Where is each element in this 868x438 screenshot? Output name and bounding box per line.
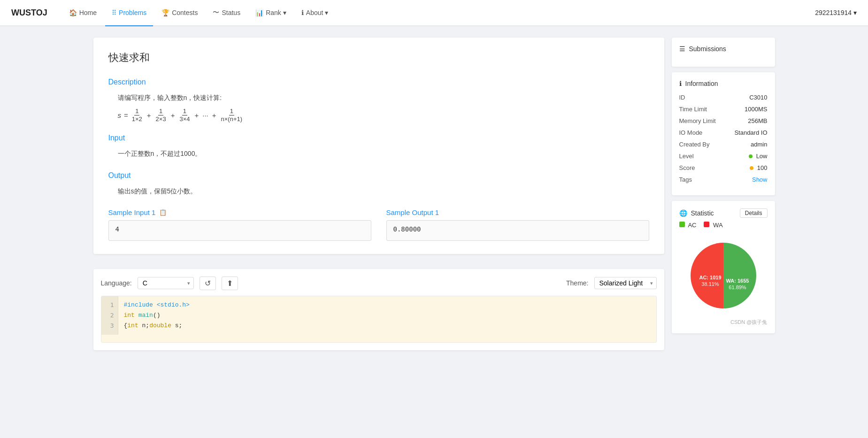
- language-select[interactable]: C C++ Java Python: [138, 277, 194, 289]
- sample-input-label: Sample Input 1: [108, 208, 156, 216]
- nav-problems[interactable]: ⠿ Problems: [105, 0, 153, 26]
- status-icon: 〜: [213, 8, 219, 17]
- output-text: 输出s的值，保留5位小数。: [118, 187, 197, 195]
- editor-toolbar: Language: C C++ Java Python ▾ ↺ ⬆ Theme:…: [101, 277, 657, 290]
- nav-about[interactable]: ℹ About ▾: [295, 0, 335, 26]
- info-created-by: Created By admin: [679, 141, 768, 148]
- input-title: Input: [108, 134, 649, 142]
- editor-panel: Language: C C++ Java Python ▾ ↺ ⬆ Theme:…: [93, 269, 664, 350]
- submissions-title: ☰ Submissions: [679, 45, 768, 53]
- nav-home-label: Home: [79, 9, 97, 16]
- info-score: Score 100: [679, 164, 768, 171]
- user-chevron-icon: ▾: [853, 9, 857, 16]
- tags-show-link[interactable]: Show: [752, 176, 768, 183]
- copy-icon[interactable]: 📋: [159, 209, 167, 216]
- wa-legend-label: WA: [713, 222, 722, 229]
- info-level: Level Low: [679, 153, 768, 160]
- problems-icon: ⠿: [112, 9, 116, 16]
- nav-rank[interactable]: 📊 Rank ▾: [249, 0, 293, 26]
- level-dot: [749, 154, 753, 158]
- navbar: WUSTOJ 🏠 Home ⠿ Problems 🏆 Contests 〜 St…: [0, 0, 868, 26]
- problem-title: 快速求和: [108, 51, 649, 65]
- hamburger-icon: ☰: [679, 45, 685, 53]
- code-editor[interactable]: 1 2 3 #include <stdio.h> int main() {int…: [101, 296, 657, 343]
- nav-home[interactable]: 🏠 Home: [62, 0, 103, 26]
- description-text: 请编写程序，输入整数n，快速计算:: [118, 92, 649, 104]
- language-select-wrapper: C C++ Java Python ▾: [138, 277, 194, 289]
- rank-icon: 📊: [255, 9, 263, 16]
- info-io-mode: IO Mode Standard IO: [679, 129, 768, 136]
- nav-contests-label: Contests: [172, 9, 198, 16]
- input-text: 一个正整数n，不超过1000。: [118, 150, 202, 157]
- sample-input-box: 4: [108, 220, 371, 241]
- stat-header: 🌐 Statistic Details: [679, 208, 768, 218]
- nav-contests[interactable]: 🏆 Contests: [155, 0, 204, 26]
- nav-problems-label: Problems: [119, 9, 146, 16]
- nav-rank-label: Rank: [266, 9, 281, 16]
- ac-label: AC: 1019: [699, 275, 721, 280]
- brand: WUSTOJ: [11, 8, 47, 18]
- nav-about-label: About: [306, 9, 323, 16]
- watermark: CSDN @孩子兔: [679, 319, 768, 326]
- code-line-2-type: int: [124, 312, 135, 319]
- sample-output-value: 0.80000: [393, 225, 421, 233]
- pie-chart: AC: 1019 38.11% WA: 1655 61.89%: [679, 234, 768, 317]
- output-body: 输出s的值，保留5位小数。: [118, 185, 649, 197]
- statistic-card: 🌐 Statistic Details AC WA: [672, 201, 775, 333]
- statistic-icon: 🌐: [679, 209, 687, 217]
- rank-chevron-icon: ▾: [283, 9, 286, 16]
- user-menu[interactable]: 2922131914 ▾: [815, 9, 857, 16]
- nav-status[interactable]: 〜 Status: [206, 0, 247, 26]
- sample-output-label: Sample Output 1: [386, 208, 439, 216]
- info-memory-limit: Memory Limit 256MB: [679, 117, 768, 124]
- wa-label: WA: 1655: [726, 278, 749, 284]
- samples-row: Sample Input 1 📋 4 Sample Output 1 0.800…: [108, 208, 649, 241]
- ac-legend-label: AC: [688, 222, 696, 229]
- ac-slice: [723, 243, 756, 308]
- username: 2922131914: [815, 9, 852, 16]
- info-time-limit: Time Limit 1000MS: [679, 106, 768, 113]
- description-title: Description: [108, 78, 649, 86]
- ac-pct-label: 38.11%: [701, 281, 719, 287]
- left-column: 快速求和 Description 请编写程序，输入整数n，快速计算: s = 1…: [93, 38, 664, 350]
- information-card: ℹ Information ID C3010 Time Limit 1000MS…: [672, 72, 775, 195]
- code-line-2-fn: main: [138, 312, 153, 319]
- theme-select-wrapper: Solarized Light Default Dark ▾: [594, 277, 657, 289]
- info-rows: ID C3010 Time Limit 1000MS Memory Limit …: [679, 94, 768, 183]
- code-line-3-type: int: [127, 322, 138, 329]
- theme-label: Theme:: [566, 279, 588, 287]
- contests-icon: 🏆: [161, 9, 169, 16]
- info-icon: ℹ: [679, 80, 682, 87]
- details-button[interactable]: Details: [740, 208, 768, 218]
- wa-legend-dot: [704, 222, 709, 227]
- stat-legend: AC WA: [679, 222, 768, 229]
- formula: s = 11×2 + 12×3 + 13×4 + ··· + 1n×(n+1): [118, 108, 649, 123]
- sample-input-header: Sample Input 1 📋: [108, 208, 371, 216]
- ac-legend-dot: [679, 222, 685, 227]
- code-line-3-dtype: double: [149, 322, 171, 329]
- sidebar: ☰ Submissions ℹ Information ID C3010 Tim…: [672, 38, 775, 350]
- theme-select[interactable]: Solarized Light Default Dark: [594, 277, 657, 289]
- statistic-title: 🌐 Statistic: [679, 209, 714, 217]
- sample-output-block: Sample Output 1 0.80000: [386, 208, 649, 241]
- score-dot: [750, 166, 753, 170]
- sample-output-box: 0.80000: [386, 220, 649, 241]
- sample-input-block: Sample Input 1 📋 4: [108, 208, 371, 241]
- nav-status-label: Status: [222, 9, 240, 16]
- code-lines: 1 2 3 #include <stdio.h> int main() {int…: [101, 296, 656, 335]
- about-chevron-icon: ▾: [325, 9, 328, 16]
- submissions-card: ☰ Submissions: [672, 38, 775, 67]
- refresh-button[interactable]: ↺: [200, 277, 216, 290]
- main-layout: 快速求和 Description 请编写程序，输入整数n，快速计算: s = 1…: [82, 26, 786, 361]
- code-line-1: #include <stdio.h>: [124, 301, 190, 308]
- code-content: #include <stdio.h> int main() {int n;dou…: [118, 296, 656, 335]
- problem-panel: 快速求和 Description 请编写程序，输入整数n，快速计算: s = 1…: [93, 38, 664, 254]
- nav-items: 🏠 Home ⠿ Problems 🏆 Contests 〜 Status 📊 …: [62, 0, 815, 25]
- submit-button[interactable]: ⬆: [222, 277, 238, 290]
- home-icon: 🏠: [69, 9, 77, 16]
- info-tags: Tags Show: [679, 176, 768, 183]
- info-id: ID C3010: [679, 94, 768, 101]
- sample-input-value: 4: [115, 225, 119, 233]
- information-title: ℹ Information: [679, 80, 768, 87]
- output-title: Output: [108, 171, 649, 180]
